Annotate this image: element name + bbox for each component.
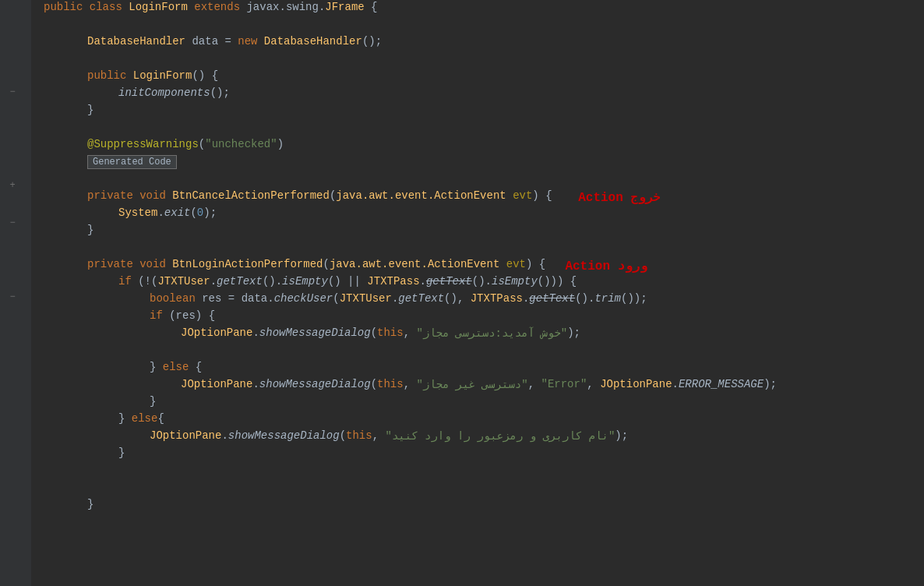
db-handler-type: DatabaseHandler: [87, 35, 192, 48]
else2-brace: {: [157, 412, 164, 425]
enter-creds-string: "نام کاربری و رمزعبور را وارد کنید": [385, 429, 615, 443]
code-line-if1: if (!( JTXTUser . getText (). isEmpty ()…: [31, 274, 924, 291]
cancel-method-name: BtnCancelActionPerformed: [172, 189, 330, 202]
kw-if2: if: [150, 309, 169, 322]
dot7: .: [252, 378, 259, 390]
if1-cond: (!(: [138, 275, 157, 288]
code-line-final-brace: }: [31, 497, 924, 514]
gettext4: getText: [529, 292, 575, 305]
db-handler-new: DatabaseHandler: [264, 35, 362, 48]
exit-method: exit: [164, 207, 191, 219]
login-action-label: ورود Action: [565, 258, 647, 274]
login-brace: ) {: [526, 258, 565, 270]
code-line-show-error: JOptionPane . showMessageDialog ( this ,…: [31, 377, 924, 394]
fold-icon-4[interactable]: −: [6, 291, 19, 303]
close-brace2: }: [87, 224, 93, 236]
cancel-brace: ) {: [532, 189, 578, 202]
kw-else2: else: [132, 412, 158, 425]
exit-action-label: خروج Action: [578, 189, 661, 205]
error-string: "Error": [541, 378, 587, 390]
kw-else1: else: [163, 361, 196, 373]
blank7: [31, 463, 924, 480]
gp3: (),: [444, 292, 471, 305]
code-line-brace4: }: [31, 446, 924, 463]
code-line-login-method: private void BtnLoginActionPerformed ( j…: [31, 257, 924, 274]
var-data: data =: [192, 35, 238, 48]
cancel-event-type: ActionEvent: [434, 189, 506, 202]
dot6: .: [252, 327, 259, 339]
exit-num: 0: [197, 207, 203, 219]
code-line-brace2: }: [31, 223, 924, 240]
dot3: .: [420, 275, 426, 288]
joptionpane1: JOptionPane: [181, 327, 252, 339]
jtxtpass2: JTXTPass: [471, 292, 523, 305]
blank4: [31, 171, 924, 189]
kw-this3: this: [346, 429, 372, 442]
line-gutter: − + − −: [0, 0, 31, 586]
checkuser-method: checkUser: [274, 292, 333, 305]
smd3-close: );: [615, 429, 628, 442]
res-cond: (res) {: [169, 309, 215, 322]
fold-icon-1[interactable]: −: [6, 86, 19, 98]
login-paren: (: [323, 258, 329, 270]
code-line-exit: System . exit ( 0 );: [31, 206, 924, 223]
cancel-param-name: [506, 189, 513, 202]
dot1: .: [157, 207, 164, 219]
smd2-open: (: [371, 378, 377, 390]
fold-icon-3[interactable]: −: [6, 217, 19, 229]
ip2: ())) {: [538, 275, 577, 288]
init-method: initComponents: [118, 86, 210, 99]
keyword-new: new: [238, 35, 264, 48]
blank3: [31, 120, 924, 137]
joptionpane4: JOptionPane: [150, 429, 221, 442]
generated-code-badge: Generated Code: [87, 155, 177, 169]
kw-public2: public: [87, 69, 133, 82]
blank6: [31, 343, 924, 360]
login-param-type: java.awt.event.: [330, 258, 428, 270]
comma2: ,: [404, 378, 417, 390]
res-var: res = data.: [202, 292, 273, 305]
gp2: ().: [472, 275, 492, 288]
close-brace3: }: [150, 361, 163, 373]
show-msg3: showMessageDialog: [228, 429, 340, 442]
kw-if1: if: [118, 275, 138, 288]
dot9: .: [221, 429, 227, 442]
code-line-blank: [31, 17, 924, 34]
blank8: [31, 480, 924, 497]
jtxtpass: JTXTPass: [367, 275, 419, 288]
dot4: .: [392, 292, 398, 305]
code-content: public class LoginForm extends javax.swi…: [31, 0, 924, 586]
suppress-close: ): [277, 138, 284, 150]
system-class: System: [118, 207, 157, 219]
comma5: ,: [372, 429, 386, 442]
gettext3: getText: [398, 292, 444, 305]
kw-void2: void: [139, 258, 172, 270]
code-line-generated: Generated Code: [31, 154, 924, 171]
blank5: [31, 240, 924, 257]
cancel-evt: evt: [513, 189, 532, 202]
suppress-value: "unchecked": [205, 138, 277, 150]
keyword-public: public: [44, 1, 90, 13]
comma1: ,: [404, 327, 417, 339]
code-line-constructor: public LoginForm () {: [31, 69, 924, 86]
code-editor: − + − − public class LoginForm extends j…: [0, 0, 924, 586]
show-msg1: showMessageDialog: [259, 327, 371, 339]
keyword-class: class: [90, 1, 129, 13]
code-line-brace1: }: [31, 103, 924, 120]
ip1: () ||: [328, 275, 367, 288]
smd2-close: );: [764, 378, 777, 390]
jtxtuser: JTXTUser: [157, 275, 210, 288]
smd3-open: (: [340, 429, 346, 442]
jframe-type: JFrame: [325, 1, 364, 13]
extends-type: javax.swing.: [246, 1, 325, 13]
comma4: ,: [587, 378, 600, 390]
jtxtuser2: JTXTUser: [340, 292, 392, 305]
brace-open: {: [365, 1, 378, 13]
kw-private1: private: [87, 189, 139, 202]
gettext2: getText: [426, 275, 472, 288]
fold-icon-2[interactable]: +: [6, 179, 19, 192]
code-line-cancel-method: private void BtnCancelActionPerformed ( …: [31, 189, 924, 206]
gettext1: getText: [217, 275, 263, 288]
class-name: LoginForm: [129, 1, 194, 13]
gp4: ().: [575, 292, 594, 305]
